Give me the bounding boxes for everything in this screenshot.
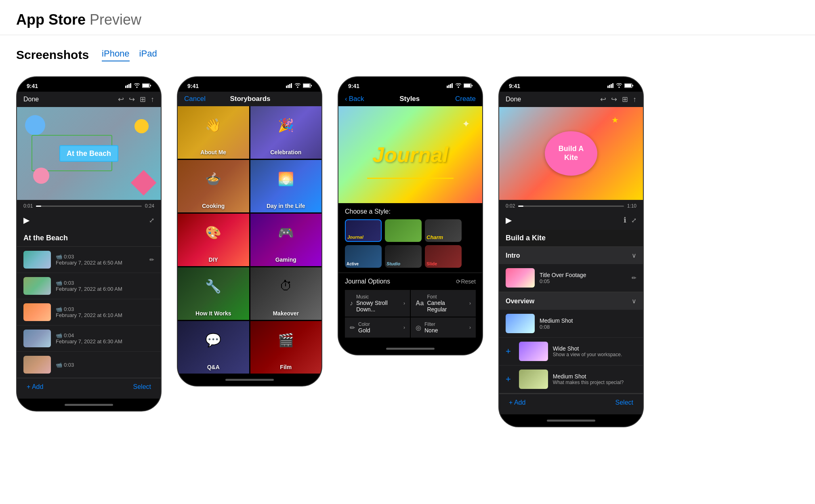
clip-title-label: Title Over Footage [540, 272, 627, 278]
phone4-play-btn[interactable]: ▶ [506, 215, 512, 225]
storyboard-film[interactable]: 🎬 Film [250, 321, 322, 374]
phone2-home [178, 374, 321, 386]
phone1-time-fill [36, 206, 41, 207]
phone3-nav-title: Styles [399, 95, 420, 103]
phone4-time-bar[interactable] [518, 206, 624, 207]
redo-icon[interactable]: ↪ [129, 95, 135, 104]
phone4-expand-icon[interactable]: ⤢ [631, 216, 636, 224]
storyboard-celebration[interactable]: 🎉 Celebration [250, 106, 322, 159]
style-thumb-studio[interactable]: Studio [385, 245, 422, 268]
phone4-playback-bar: ▶ ℹ ⤢ [499, 212, 643, 230]
option-music[interactable]: ♪ Music Snowy Stroll Down... › [345, 290, 410, 317]
filter-icon: ◎ [416, 324, 421, 332]
phone4-intro-header[interactable]: Intro ∨ [499, 247, 643, 264]
phone1-select-btn[interactable]: Select [133, 383, 151, 391]
phone4-add-btn[interactable]: + Add [509, 399, 525, 406]
storyboard-makeover[interactable]: ⏱ Makeover [250, 267, 322, 320]
style-thumb-slide[interactable]: Slide [425, 245, 462, 268]
video-icon-2: 📹 [56, 280, 62, 286]
style-thumb-charm[interactable]: Charm [425, 219, 462, 242]
storyboard-how-it-works[interactable]: 🔧 How It Works [178, 267, 249, 320]
phone2-home-bar [225, 379, 274, 381]
clip-edit-icon[interactable]: ✏ [632, 275, 636, 281]
phone3-time: 9:41 [348, 83, 359, 89]
phone1-expand-icon[interactable]: ⤢ [149, 216, 154, 224]
style-thumb-2[interactable] [385, 219, 422, 242]
media-item-3: 📹 0:03 February 7, 2022 at 6:10 AM [17, 299, 161, 326]
phone3-status-icons [447, 83, 473, 89]
journal-options: Journal Options ⟳Reset ♪ Music Snowy Str… [338, 273, 482, 342]
phone4-overview-section: Overview ∨ Medium Shot 0:08 + [499, 292, 643, 394]
beach-shape-circle-blue [25, 115, 45, 135]
option-font-arrow: › [469, 300, 471, 306]
storyboard-about-me[interactable]: 👋 About Me [178, 106, 249, 159]
layout-icon[interactable]: ⊞ [140, 95, 146, 104]
phone2-cancel-btn[interactable]: Cancel [184, 95, 206, 103]
media-date-4: February 7, 2022 at 6:30 AM [56, 338, 154, 344]
phone3-back-btn[interactable]: ‹ Back [345, 95, 364, 103]
phone3-home [338, 342, 482, 355]
style-thumb-journal[interactable]: Journal [345, 219, 382, 242]
storyboard-qa[interactable]: 💬 Q&A [178, 321, 249, 374]
phone4-select-btn[interactable]: Select [615, 399, 633, 406]
svg-rect-5 [143, 84, 149, 87]
svg-rect-7 [286, 86, 287, 88]
phone3-signal-icon [447, 83, 453, 89]
app-store-label: App Store [16, 11, 86, 28]
share-icon[interactable]: ↑ [151, 95, 154, 104]
style-thumb-active[interactable]: Active [345, 245, 382, 268]
option-color[interactable]: ✏ Color Gold › [345, 317, 410, 338]
phone2-nav: Cancel Storyboards [178, 92, 321, 106]
phone2-wifi-icon [294, 83, 301, 89]
storyboard-day-in-life[interactable]: 🌅 Day in the Life [250, 160, 322, 212]
phone4-layout-icon[interactable]: ⊞ [622, 95, 628, 104]
phone1-section-title: At the Beach [17, 230, 161, 247]
phone4-star-deco: ★ [611, 115, 619, 125]
phone1-time-bar[interactable] [36, 206, 141, 207]
beach-shape-red [131, 170, 157, 196]
media-thumb-2 [23, 277, 51, 295]
storyboard-gaming[interactable]: 🎮 Gaming [250, 214, 322, 266]
svg-rect-19 [464, 84, 471, 87]
reset-btn[interactable]: ⟳Reset [456, 278, 476, 285]
cooking-label: Cooking [178, 203, 249, 209]
phone2-time: 9:41 [187, 83, 199, 89]
phone4-redo-icon[interactable]: ↪ [611, 95, 617, 104]
option-color-arrow: › [403, 325, 405, 330]
style-label-slide: Slide [426, 261, 437, 266]
storyboard-diy[interactable]: 🎨 DIY [178, 214, 249, 266]
phone-2: 9:41 Cancel Stor [177, 76, 322, 386]
undo-icon[interactable]: ↩ [118, 95, 124, 104]
tab-ipad[interactable]: iPad [139, 48, 157, 61]
gaming-label: Gaming [250, 256, 322, 263]
journal-hero-text: Journal [372, 143, 448, 167]
wide-shot-add-icon[interactable]: + [506, 346, 511, 357]
storyboard-cooking[interactable]: 🍲 Cooking [178, 160, 249, 212]
video-icon-3: 📹 [56, 306, 62, 312]
phone4-share-icon[interactable]: ↑ [633, 95, 636, 104]
phone4-done-btn[interactable]: Done [506, 96, 521, 103]
style-label-journal: Journal [347, 235, 363, 239]
phone1-play-btn[interactable]: ▶ [23, 215, 29, 225]
phone4-overview-header[interactable]: Overview ∨ [499, 292, 643, 310]
phone2-status-icons [286, 83, 312, 89]
media-date-2: February 7, 2022 at 6:00 AM [56, 286, 154, 292]
phone4-intro-section: Intro ∨ Title Over Footage 0:05 ✏ [499, 247, 643, 292]
option-filter[interactable]: ◎ Filter None › [411, 317, 476, 338]
phone1-add-btn[interactable]: + Add [27, 383, 43, 391]
tab-iphone[interactable]: iPhone [102, 48, 130, 61]
medium-shot-2-add-icon[interactable]: + [506, 374, 511, 384]
clip-medium-shot: Medium Shot 0:08 [499, 310, 643, 338]
phone3-create-btn[interactable]: Create [455, 95, 476, 103]
media-edit-1[interactable]: ✏ [149, 256, 154, 263]
phone4-bottom-bar: + Add Select [499, 394, 643, 414]
phone1-home [17, 399, 161, 411]
beach-shape-pink [33, 168, 49, 184]
phone4-undo-icon[interactable]: ↩ [600, 95, 606, 104]
cooking-icon: 🍲 [178, 171, 249, 187]
phone1-done-btn[interactable]: Done [23, 96, 39, 103]
option-font[interactable]: Aa Font Canela Regular › [411, 290, 476, 317]
phone4-info-icon[interactable]: ℹ [624, 216, 626, 225]
phones-row: 9:41 Done [16, 76, 799, 427]
media-date-3: February 7, 2022 at 6:10 AM [56, 312, 154, 318]
